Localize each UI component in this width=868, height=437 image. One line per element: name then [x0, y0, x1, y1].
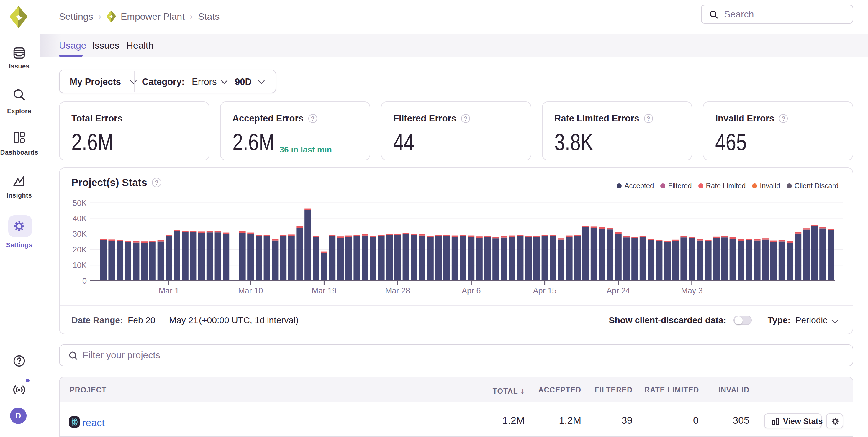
- svg-text:Mar 10: Mar 10: [238, 286, 263, 295]
- svg-text:Mar 28: Mar 28: [385, 286, 410, 295]
- svg-text:Apr 24: Apr 24: [607, 286, 630, 295]
- svg-text:Apr 6: Apr 6: [462, 286, 481, 295]
- svg-text:10K: 10K: [72, 261, 87, 270]
- svg-text:Mar 1: Mar 1: [159, 286, 179, 295]
- svg-text:30K: 30K: [72, 230, 87, 239]
- svg-text:20K: 20K: [72, 245, 87, 254]
- svg-text:Mar 19: Mar 19: [312, 286, 337, 295]
- svg-text:Apr 15: Apr 15: [533, 286, 557, 295]
- svg-text:40K: 40K: [72, 214, 87, 223]
- svg-text:0: 0: [82, 277, 87, 285]
- svg-text:May 3: May 3: [681, 286, 703, 295]
- svg-text:50K: 50K: [72, 199, 87, 208]
